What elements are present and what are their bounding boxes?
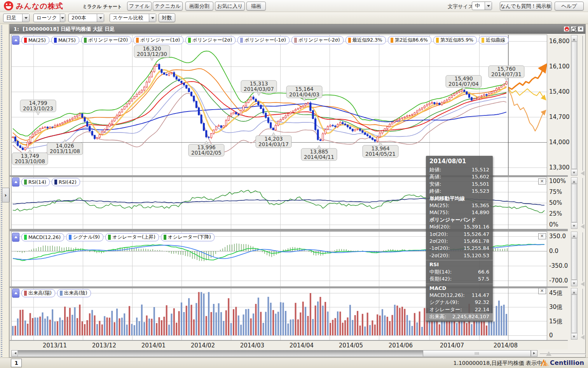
menu-technical-button[interactable]: テクニカル (153, 2, 183, 10)
panel-expander-button[interactable]: › (2, 188, 9, 202)
svg-text:2014/04/03: 2014/04/03 (289, 91, 319, 98)
svg-text:45億: 45億 (549, 290, 562, 296)
indicator-chip[interactable]: 第3近似85.9% (433, 36, 477, 44)
volume-scale-slider[interactable] (580, 288, 586, 340)
legend-color-icon (69, 235, 72, 240)
minna-icon[interactable] (564, 26, 570, 32)
horizontal-scrollbar[interactable] (11, 350, 537, 357)
indicator-chip[interactable]: MA(25) (21, 36, 49, 44)
scrollbar-thumb[interactable] (423, 351, 531, 356)
svg-text:2013/11/08: 2013/11/08 (50, 148, 80, 154)
scrollbar-thumb[interactable] (572, 42, 577, 169)
close-volume-panel-icon[interactable] (538, 288, 546, 294)
chevron-down-icon[interactable] (485, 2, 492, 10)
close-macd-panel-icon[interactable] (538, 233, 546, 239)
menu-split-button[interactable]: 画面分割 (185, 2, 213, 10)
macd-scale-slider[interactable] (580, 232, 586, 286)
indicator-chip[interactable]: MACD(12,26) (21, 233, 64, 241)
indicator-chip[interactable]: シグナル(9) (66, 233, 103, 241)
chart-type-value: ローソク (34, 14, 60, 21)
chevron-down-icon[interactable] (149, 14, 156, 22)
chevron-down-icon[interactable] (22, 14, 29, 22)
indicator-chip[interactable]: 近似曲線 (479, 36, 509, 44)
scroll-up-icon[interactable] (571, 232, 578, 238)
zoom-slider-handle[interactable] (546, 351, 551, 356)
scroll-down-icon[interactable] (571, 222, 578, 229)
svg-text:2014/03/07: 2014/03/07 (244, 86, 274, 92)
scrollbar-track[interactable] (18, 351, 423, 356)
scroll-up-icon[interactable] (571, 288, 578, 295)
scale-compare-select[interactable]: スケール比較 (110, 14, 156, 22)
bottom-status-bar: 1 1.100000018,日経平均株価 表示中 ｜ Centillion (0, 358, 588, 368)
indicator-chip[interactable]: 第2近似86.6% (388, 36, 431, 44)
scrollbar-thumb[interactable] (572, 184, 577, 222)
legend-label: MA(75) (58, 37, 76, 43)
volume-vertical-scrollbar[interactable] (571, 288, 578, 340)
app-root: みんなの株式 ミラクル チャート ファイル テクニカル 画面分割 お気に入り 描… (0, 0, 588, 368)
restore-window-icon[interactable] (571, 26, 577, 32)
indicator-chip[interactable]: ボリンジャー(2σ) (185, 36, 236, 44)
indicator-chip[interactable]: ボリンジャー(20) (81, 36, 131, 44)
indicator-chip[interactable]: ボリンジャー(1σ) (133, 36, 183, 44)
indicator-chip[interactable]: ボリンジャー(-2σ) (291, 36, 344, 44)
indicator-chip[interactable]: RSI(14) (21, 178, 50, 186)
scroll-down-icon[interactable] (571, 280, 578, 286)
scrollbar-thumb[interactable] (572, 295, 577, 333)
indicator-chip[interactable]: ボリンジャー(-1σ) (237, 36, 290, 44)
scroll-up-icon[interactable] (571, 35, 578, 42)
indicator-chip[interactable]: 出来高(陰) (57, 289, 91, 297)
log-scale-button[interactable]: 対数 (159, 13, 175, 22)
macd-vertical-scrollbar[interactable] (571, 232, 578, 286)
chevron-down-icon[interactable] (60, 14, 65, 22)
legend-color-icon (391, 38, 393, 43)
collapse-panel-icon[interactable] (12, 233, 19, 242)
status-text: 1.100000018,日経平均株価 表示中 (454, 360, 542, 367)
font-size-select[interactable]: 中 (472, 2, 492, 10)
tooltip-row: MA(75):14,890 (426, 209, 493, 216)
scroll-right-icon[interactable] (531, 351, 537, 356)
svg-text:2013/10/08: 2013/10/08 (15, 158, 45, 164)
legend-color-icon (24, 180, 27, 185)
rsi-scale-slider[interactable] (580, 177, 586, 229)
indicator-chip[interactable]: 最近似92.3% (345, 36, 386, 44)
main-vertical-scrollbar[interactable] (571, 35, 578, 176)
menu-favorites-button[interactable]: お気に入り (215, 2, 245, 10)
legend-label: MACD(12,26) (28, 234, 61, 240)
brand-title: みんなの株式 (16, 1, 63, 11)
menu-file-button[interactable]: ファイル (127, 2, 152, 10)
collapse-panel-icon[interactable] (12, 178, 19, 187)
main-scale-slider[interactable] (580, 35, 586, 176)
scroll-left-icon[interactable] (12, 351, 18, 356)
collapse-panel-icon[interactable] (12, 36, 19, 45)
rsi-vertical-scrollbar[interactable] (571, 177, 578, 229)
close-rsi-panel-icon[interactable] (538, 178, 546, 185)
indicator-chip[interactable]: RSI(42) (52, 178, 80, 186)
zoom-slider[interactable] (540, 351, 586, 356)
svg-text:0.0: 0.0 (549, 248, 558, 255)
svg-text:2014/02/05: 2014/02/05 (191, 150, 222, 156)
svg-text:2014/02: 2014/02 (191, 342, 215, 349)
indicator-chip[interactable]: MA(75) (51, 36, 79, 44)
svg-text:13,300: 13,300 (549, 164, 570, 171)
scrollbar-thumb[interactable] (572, 238, 577, 280)
chart-type-select[interactable]: ローソク (33, 14, 65, 22)
bar-count-select[interactable]: 200本 (68, 14, 104, 22)
qa-board-button[interactable]: なんでも質問！掲示板 (500, 2, 552, 10)
scroll-down-icon[interactable] (571, 169, 578, 176)
scroll-down-icon[interactable] (571, 333, 578, 340)
legend-label: 近似曲線 (486, 37, 505, 44)
indicator-chip[interactable]: 出来高(陽) (21, 289, 55, 297)
help-button[interactable]: ヘルプ (555, 2, 584, 10)
collapse-panel-icon[interactable] (12, 289, 19, 298)
chart-tab-1[interactable]: 1 (11, 359, 22, 367)
svg-text:2014/03: 2014/03 (240, 342, 264, 349)
menu-draw-button[interactable]: 描画 (246, 2, 266, 10)
tooltip-row: 2σ(20):15,661.78 (426, 238, 493, 245)
chart-window: 1: [100000018] 日経平均株価 大証 日足 14,7992013/1… (9, 24, 586, 358)
indicator-chip[interactable]: オシレーター(下降) (161, 233, 215, 241)
chevron-down-icon[interactable] (97, 14, 104, 22)
indicator-chip[interactable]: オシレーター(上昇) (105, 233, 159, 241)
period-select[interactable]: 日足 (3, 14, 30, 22)
scroll-up-icon[interactable] (571, 177, 578, 184)
close-window-icon[interactable] (578, 26, 584, 32)
